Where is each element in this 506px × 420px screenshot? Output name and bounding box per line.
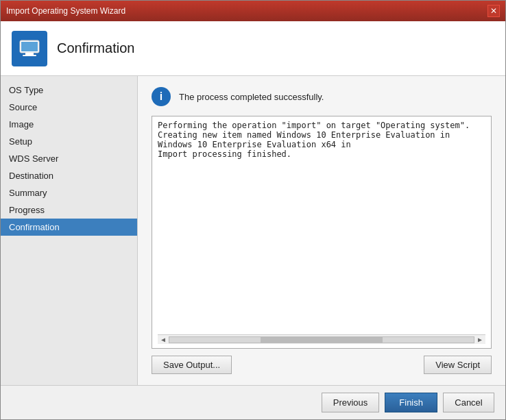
sidebar-item-summary[interactable]: Summary	[1, 184, 137, 201]
cancel-button[interactable]: Cancel	[443, 393, 494, 412]
title-bar: Import Operating System Wizard ✕	[1, 1, 505, 21]
status-row: i The process completed successfully.	[152, 87, 492, 106]
scroll-track[interactable]	[169, 336, 474, 343]
sidebar-item-wds-server[interactable]: WDS Server	[1, 150, 137, 167]
scroll-thumb[interactable]	[261, 337, 383, 343]
main-content: i The process completed successfully. Pe…	[138, 76, 505, 385]
sidebar-item-os-type[interactable]: OS Type	[1, 82, 137, 99]
sidebar-item-source[interactable]: Source	[1, 99, 137, 116]
sidebar-item-confirmation[interactable]: Confirmation	[1, 219, 137, 236]
page-title: Confirmation	[57, 40, 134, 56]
scroll-left-button[interactable]: ◀	[159, 336, 167, 343]
horizontal-scrollbar[interactable]: ◀ ▶	[158, 334, 485, 344]
scroll-right-button[interactable]: ▶	[476, 336, 484, 343]
wizard-sidebar: OS Type Source Image Setup WDS Server De…	[1, 76, 138, 385]
wizard-body: OS Type Source Image Setup WDS Server De…	[1, 76, 505, 385]
sidebar-item-progress[interactable]: Progress	[1, 201, 137, 219]
finish-button[interactable]: Finish	[385, 393, 437, 412]
sidebar-item-image[interactable]: Image	[1, 116, 137, 133]
wizard-footer: Previous Finish Cancel	[1, 385, 505, 419]
svg-rect-1	[21, 42, 38, 51]
status-message: The process completed successfully.	[179, 92, 324, 102]
log-content: Performing the operation "import" on tar…	[158, 121, 485, 333]
wizard-header: Confirmation	[1, 21, 505, 76]
sidebar-item-setup[interactable]: Setup	[1, 133, 137, 150]
save-output-button[interactable]: Save Output...	[152, 356, 232, 374]
log-button-row: Save Output... View Script	[152, 356, 492, 374]
previous-button[interactable]: Previous	[322, 393, 380, 412]
svg-rect-3	[23, 55, 36, 56]
close-button[interactable]: ✕	[487, 5, 500, 17]
sidebar-item-destination[interactable]: Destination	[1, 167, 137, 184]
info-icon: i	[152, 87, 171, 106]
log-area: Performing the operation "import" on tar…	[152, 116, 492, 349]
wizard-window: Import Operating System Wizard ✕ Confirm…	[0, 0, 506, 420]
svg-rect-2	[25, 53, 34, 55]
window-title: Import Operating System Wizard	[6, 6, 125, 16]
header-icon	[12, 31, 47, 66]
view-script-button[interactable]: View Script	[424, 356, 492, 374]
